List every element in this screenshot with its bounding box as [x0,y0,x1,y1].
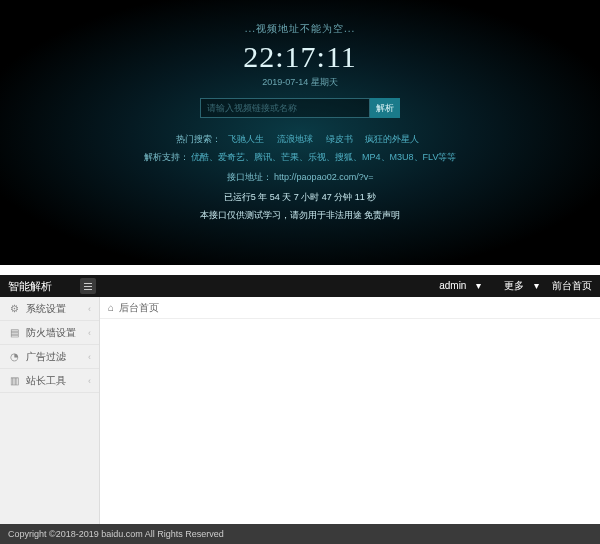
brand-title: 智能解析 [8,279,52,294]
chevron-left-icon: ‹ [88,328,91,338]
hot-search-label: 热门搜索： [176,134,221,144]
disclaimer-text: 本接口仅供测试学习，请勿用于非法用途 [200,210,365,220]
date-display: 2019-07-14 星期天 [0,76,600,89]
gear-icon: ⚙ [8,303,20,314]
content-area: ⌂ 后台首页 [100,297,600,524]
video-url-input[interactable] [200,98,370,118]
more-menu[interactable]: 更多▾ [494,280,539,291]
parse-button[interactable]: 解析 [370,98,400,118]
tab-bar: ⌂ 后台首页 [100,297,600,319]
support-label: 解析支持： [144,152,189,162]
api-row: 接口地址： http://paopao02.com/?v= [0,171,600,184]
tools-icon: ▥ [8,375,20,386]
hamburger-icon [84,286,92,287]
support-row: 解析支持： 优酷、爱奇艺、腾讯、芒果、乐视、搜狐、MP4、M3U8、FLV等等 [0,151,600,164]
api-url[interactable]: http://paopao02.com/?v= [274,172,373,182]
footer: Copyright ©2018-2019 baidu.com All Right… [0,524,600,544]
topbar-right: admin▾ 更多▾ 前台首页 [419,279,592,293]
clock-display: 22:17:11 [0,40,600,74]
hot-link[interactable]: 飞驰人生 [228,134,264,144]
separator [0,265,600,275]
disclaimer: 本接口仅供测试学习，请勿用于非法用途 免责声明 [0,209,600,222]
disclaimer-link[interactable]: 免责声明 [364,210,400,220]
tab-home[interactable]: 后台首页 [119,301,159,315]
admin-panel: 智能解析 admin▾ 更多▾ 前台首页 ⚙ 系统设置 ‹ ▤ 防火墙设置 ‹ … [0,275,600,524]
support-text: 优酷、爱奇艺、腾讯、芒果、乐视、搜狐、MP4、M3U8、FLV等等 [191,152,456,162]
hot-link[interactable]: 流浪地球 [277,134,313,144]
sidebar-item-label: 广告过滤 [26,350,88,364]
user-menu[interactable]: admin▾ [429,280,481,291]
chevron-down-icon: ▾ [534,280,539,291]
sidebar-item-label: 系统设置 [26,302,88,316]
adblock-icon: ◔ [8,351,20,362]
sidebar-collapse-button[interactable] [80,278,96,294]
chevron-left-icon: ‹ [88,376,91,386]
sidebar-item-label: 防火墙设置 [26,326,88,340]
search-bar: 解析 [200,98,400,118]
hot-search-row: 热门搜索： 飞驰人生 流浪地球 绿皮书 疯狂的外星人 [0,133,600,146]
hot-link[interactable]: 疯狂的外星人 [365,134,419,144]
sidebar-item-firewall[interactable]: ▤ 防火墙设置 ‹ [0,321,99,345]
frontend-home-link[interactable]: 前台首页 [552,280,592,291]
uptime-text: 已运行5 年 54 天 7 小时 47 分钟 11 秒 [0,191,600,204]
api-label: 接口地址： [227,172,272,182]
admin-body: ⚙ 系统设置 ‹ ▤ 防火墙设置 ‹ ◔ 广告过滤 ‹ ▥ 站长工具 ‹ ⌂ [0,297,600,524]
chevron-left-icon: ‹ [88,304,91,314]
chevron-left-icon: ‹ [88,352,91,362]
sidebar-item-label: 站长工具 [26,374,88,388]
home-icon: ⌂ [108,302,114,313]
sidebar-item-tools[interactable]: ▥ 站长工具 ‹ [0,369,99,393]
copyright: Copyright ©2018-2019 baidu.com All Right… [8,529,224,539]
admin-topbar: 智能解析 admin▾ 更多▾ 前台首页 [0,275,600,297]
tagline: ...视频地址不能为空... [0,22,600,36]
video-parser-panel: ...视频地址不能为空... 22:17:11 2019-07-14 星期天 解… [0,0,600,265]
hot-link[interactable]: 绿皮书 [326,134,353,144]
sidebar-item-adfilter[interactable]: ◔ 广告过滤 ‹ [0,345,99,369]
chevron-down-icon: ▾ [476,280,481,291]
firewall-icon: ▤ [8,327,20,338]
sidebar-item-system[interactable]: ⚙ 系统设置 ‹ [0,297,99,321]
sidebar: ⚙ 系统设置 ‹ ▤ 防火墙设置 ‹ ◔ 广告过滤 ‹ ▥ 站长工具 ‹ [0,297,100,524]
